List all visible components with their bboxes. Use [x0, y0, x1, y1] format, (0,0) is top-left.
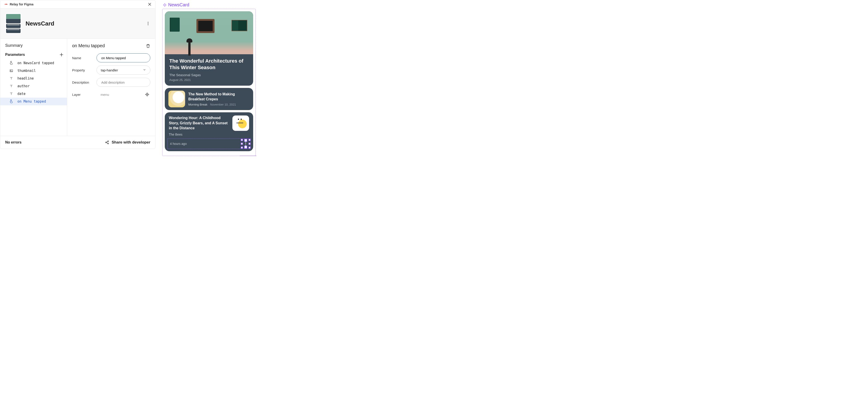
frame-name: NewsCard — [168, 2, 189, 7]
param-item-author[interactable]: author — [0, 82, 67, 90]
frame-label[interactable]: NewsCard — [163, 2, 256, 7]
layer-label: Layer — [72, 93, 94, 97]
layer-value: menu — [101, 93, 109, 97]
param-label: headline — [18, 76, 34, 80]
hero-date: August 25, 2021 — [169, 78, 249, 82]
detail-pane: on Menu tapped Name Property tap-handler — [67, 39, 155, 136]
row2-timeago: 4 hours ago — [168, 142, 187, 146]
image-icon — [9, 69, 13, 73]
news-card-row-1[interactable]: The New Method to Making Breakfast Crepe… — [165, 88, 253, 110]
param-label: on Menu tapped — [18, 99, 46, 103]
text-icon — [9, 92, 13, 96]
status-text: No errors — [5, 140, 22, 144]
more-menu-icon[interactable] — [146, 21, 150, 26]
row2-headline: Wondering Hour: A Childhood Story, Grizz… — [169, 116, 229, 131]
news-card-row-2[interactable]: Wondering Hour: A Childhood Story, Grizz… — [165, 112, 253, 151]
row1-author: Morning Break — [188, 103, 208, 106]
panel-header: Relay for Figma — [0, 0, 155, 8]
row2-thumbnail — [232, 116, 249, 131]
text-icon — [9, 76, 13, 80]
dimensions-badge: 24 × 24 — [239, 156, 257, 156]
selected-layer-outline[interactable]: 4 hours ago — [167, 138, 250, 149]
delete-icon[interactable] — [146, 43, 150, 48]
name-label: Name — [72, 56, 94, 60]
component-name: NewsCard — [26, 20, 142, 27]
param-label: author — [18, 84, 30, 88]
param-label: thumbnail — [18, 69, 36, 73]
relay-panel: Relay for Figma NewsCard Summary Paramet… — [0, 0, 156, 149]
property-label: Property — [72, 68, 94, 72]
row1-headline: The New Method to Making Breakfast Crepe… — [188, 92, 250, 101]
hero-headline: The Wonderful Architectures of This Wint… — [169, 58, 249, 71]
name-input-wrapper[interactable] — [96, 53, 150, 62]
detail-title: on Menu tapped — [72, 43, 105, 49]
component-thumbnail — [5, 13, 22, 34]
description-input-wrapper[interactable] — [96, 78, 150, 87]
param-item-thumbnail[interactable]: thumbnail — [0, 67, 67, 74]
param-label: on NewsCard tapped — [18, 61, 54, 65]
hero-author: The Seasonal Sagas — [169, 73, 249, 77]
figma-canvas-preview: NewsCard The Wonderful Architectures of … — [162, 0, 256, 156]
property-value: tap-handler — [101, 68, 118, 72]
plugin-brand: Relay for Figma — [3, 2, 33, 6]
svg-point-4 — [11, 70, 11, 70]
param-item-date[interactable]: date — [0, 90, 67, 98]
param-item-headline[interactable]: headline — [0, 74, 67, 82]
svg-point-0 — [148, 22, 149, 23]
text-icon — [9, 84, 13, 88]
close-icon[interactable] — [148, 2, 152, 6]
row2-author: The Bees — [169, 133, 249, 136]
param-item-on-Menu-tapped[interactable]: on Menu tapped — [0, 98, 67, 105]
selected-component-header: NewsCard — [0, 8, 155, 39]
row1-thumbnail — [168, 91, 185, 107]
layer-row: menu — [96, 90, 150, 99]
param-label: date — [18, 92, 26, 96]
parameter-list: on NewsCard tappedthumbnailheadlineautho… — [0, 59, 67, 105]
share-label: Share with developer — [112, 140, 150, 144]
summary-heading[interactable]: Summary — [5, 43, 67, 48]
panel-footer: No errors Share with developer — [0, 136, 155, 149]
property-select[interactable]: tap-handler — [96, 66, 150, 74]
plugin-name: Relay for Figma — [10, 2, 33, 6]
parameters-heading: Parameters — [5, 53, 25, 57]
hero-image — [165, 11, 253, 54]
news-card-hero[interactable]: The Wonderful Architectures of This Wint… — [165, 11, 253, 86]
svg-point-1 — [148, 23, 149, 24]
menu-icon-selected[interactable] — [242, 140, 249, 147]
share-icon — [105, 140, 110, 144]
tap-icon — [9, 99, 13, 103]
svg-point-6 — [147, 94, 148, 95]
description-input[interactable] — [101, 80, 146, 85]
share-button[interactable]: Share with developer — [105, 140, 150, 144]
row1-date: November 10, 2021 — [210, 103, 236, 106]
target-layer-icon[interactable] — [145, 92, 149, 97]
param-item-on-NewsCard-tapped[interactable]: on NewsCard tapped — [0, 59, 67, 67]
component-frame[interactable]: The Wonderful Architectures of This Wint… — [162, 9, 256, 156]
tap-icon — [9, 61, 13, 65]
svg-point-2 — [148, 24, 149, 25]
description-label: Description — [72, 80, 94, 84]
relay-logo-icon — [3, 2, 8, 6]
add-parameter-icon[interactable] — [59, 53, 64, 57]
sidebar: Summary Parameters on NewsCard tappedthu… — [0, 39, 67, 136]
name-input[interactable] — [101, 56, 146, 60]
chevron-down-icon — [143, 68, 146, 72]
component-set-icon — [163, 3, 167, 7]
